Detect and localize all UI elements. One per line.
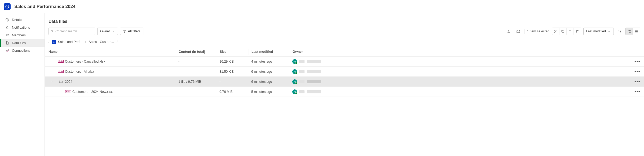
owner-avatar: JK: [292, 69, 297, 74]
folder-icon: [59, 80, 63, 83]
sidebar-item-label: Notifications: [12, 26, 30, 29]
copy-button[interactable]: [559, 28, 567, 35]
page-title: Sales and Performance 2024: [14, 4, 76, 9]
owner-name-placeholder: [307, 90, 321, 93]
cell-size: 31.50 KiB: [217, 70, 249, 73]
svg-rect-23: [629, 32, 630, 32]
clock-icon: [53, 41, 55, 43]
users-icon: [5, 33, 9, 37]
sidebar-item-members[interactable]: Members: [0, 31, 45, 39]
cut-button[interactable]: [552, 28, 559, 35]
col-name[interactable]: Name: [48, 50, 176, 54]
owner-avatar: JK: [292, 79, 297, 84]
search-input-wrap[interactable]: [48, 28, 95, 35]
col-content[interactable]: Content (in total): [176, 49, 217, 55]
cell-owner: JK: [290, 69, 388, 74]
sort-button[interactable]: Last modified: [583, 28, 614, 35]
col-modified[interactable]: Last modified: [249, 49, 290, 55]
owner-name-placeholder: [307, 60, 321, 63]
svg-point-7: [51, 30, 53, 32]
svg-point-5: [8, 34, 8, 35]
col-owner[interactable]: Owner: [290, 49, 388, 55]
owner-filter-label: Owner: [100, 29, 110, 33]
breadcrumb-current-label: Sales - Custom...: [89, 40, 114, 44]
sort-direction-button[interactable]: [616, 28, 623, 35]
xlsx-file-icon: XLSX: [59, 60, 63, 63]
search-input[interactable]: [55, 29, 93, 33]
filter-icon: [123, 30, 126, 33]
main-panel: Data files Owner All filters: [45, 13, 644, 156]
trash-icon: [575, 29, 579, 33]
sidebar-item-label: Members: [12, 33, 26, 37]
sidebar-item-label: Data files: [12, 41, 26, 45]
svg-point-4: [6, 34, 7, 35]
owner-name-placeholder: [299, 60, 305, 63]
view-list-button[interactable]: [633, 28, 640, 35]
copy-icon: [561, 29, 565, 33]
breadcrumb-root[interactable]: Sales and Perf...: [52, 40, 82, 44]
svg-point-3: [7, 19, 7, 19]
row-more-button[interactable]: •••: [634, 60, 640, 63]
svg-point-6: [6, 49, 8, 50]
cell-actions: •••: [632, 80, 640, 83]
sort-asc-icon: [618, 29, 622, 33]
table-row[interactable]: 20241 file / 9.76 MiB-6 minutes agoJK•••: [45, 77, 644, 87]
sidebar-item-label: Details: [12, 18, 22, 22]
view-toggle: [625, 28, 640, 35]
file-icon: [5, 41, 9, 45]
owner-name-placeholder: [299, 70, 305, 73]
bell-icon: [5, 25, 9, 29]
tree-view-icon: [627, 29, 631, 33]
toolbar: Owner All filters 1 item selected: [45, 25, 644, 38]
table-header: Name Content (in total) Size Last modifi…: [45, 47, 644, 57]
owner-name-placeholder: [299, 80, 305, 83]
breadcrumb-sep: /: [48, 40, 49, 44]
breadcrumb-root-label: Sales and Perf...: [58, 40, 82, 44]
row-more-button[interactable]: •••: [634, 80, 640, 83]
svg-rect-15: [562, 31, 564, 33]
info-icon: [5, 18, 9, 22]
sidebar-item-notifications[interactable]: Notifications: [0, 24, 45, 31]
cell-actions: •••: [632, 60, 640, 63]
table: Name Content (in total) Size Last modifi…: [45, 47, 644, 97]
upload-button[interactable]: [505, 28, 513, 35]
section-title: Data files: [45, 13, 644, 25]
chevron-down-icon: [50, 80, 53, 83]
breadcrumb-root-badge: [52, 40, 56, 44]
view-tree-button[interactable]: [625, 28, 633, 35]
app-logo-badge: [4, 3, 11, 10]
breadcrumb-current[interactable]: Sales - Custom...: [89, 40, 114, 44]
all-filters-label: All filters: [128, 29, 140, 33]
selection-action-group: [552, 28, 581, 35]
cell-name: XLSXCustomers - All.xlsx: [48, 70, 176, 73]
table-row[interactable]: XLSXCustomers - 2024 New.xlsx9.76 MiB5 m…: [45, 87, 644, 97]
cell-owner: JK: [290, 59, 388, 64]
sidebar-item-details[interactable]: Details: [0, 16, 45, 24]
cell-size: 9.76 MiB: [217, 90, 249, 94]
sidebar-item-connections[interactable]: Connections: [0, 47, 45, 54]
owner-filter-button[interactable]: Owner: [97, 28, 118, 35]
file-name: Customers - 2024 New.xlsx: [72, 90, 113, 94]
new-folder-button[interactable]: [515, 28, 522, 35]
all-filters-button[interactable]: All filters: [120, 28, 143, 35]
delete-button[interactable]: [574, 28, 581, 35]
xlsx-file-icon: XLSX: [59, 70, 63, 73]
table-row[interactable]: XLSXCustomers - All.xlsx-31.50 KiB6 minu…: [45, 67, 644, 77]
cell-content: -: [176, 60, 217, 63]
file-name: Customers - Cancelled.xlsx: [65, 60, 105, 63]
sidebar-item-data-files[interactable]: Data files: [0, 39, 45, 47]
cell-content: -: [176, 70, 217, 73]
cell-content: 1 file / 9.76 MiB: [176, 80, 217, 84]
svg-point-11: [554, 32, 555, 33]
row-expander[interactable]: [48, 80, 54, 83]
table-row[interactable]: XLSXCustomers - Cancelled.xlsx-16.29 KiB…: [45, 57, 644, 67]
svg-rect-22: [629, 30, 630, 31]
breadcrumb-sep: /: [85, 40, 86, 44]
cell-owner: JK: [290, 89, 388, 94]
search-icon: [50, 30, 54, 33]
col-size[interactable]: Size: [217, 49, 249, 55]
row-more-button[interactable]: •••: [634, 70, 640, 73]
owner-avatar: JK: [292, 59, 297, 64]
row-more-button[interactable]: •••: [634, 90, 640, 93]
svg-line-8: [52, 32, 53, 33]
